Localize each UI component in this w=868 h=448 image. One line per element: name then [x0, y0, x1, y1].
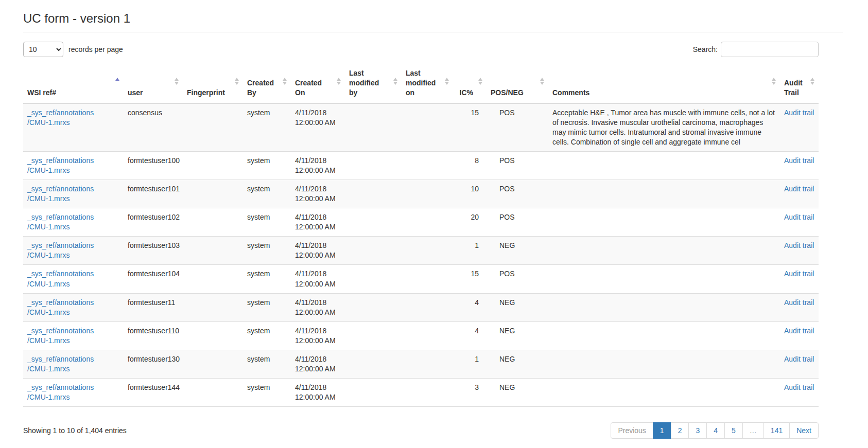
cell-created-by: system [243, 152, 291, 180]
column-header-label: Last modified on [406, 69, 436, 97]
audit-trail-link[interactable]: Audit trail [784, 213, 814, 221]
wsi-ref-line2: /CMU-1.mrxs [27, 336, 70, 345]
pagination-link[interactable]: Next [789, 422, 819, 439]
wsi-ref-line2: /CMU-1.mrxs [27, 194, 70, 203]
cell-wsi-ref: _sys_ref/annotations/CMU-1.mrxs [23, 208, 124, 237]
wsi-ref-line2: /CMU-1.mrxs [27, 308, 70, 316]
column-header[interactable]: Created On [291, 66, 345, 103]
cell-last-modified-on [402, 265, 453, 293]
cell-created-on: 4/11/201812:00:00 AM [291, 152, 345, 180]
cell-fingerprint [183, 180, 243, 208]
records-per-page-select[interactable]: 10 [23, 42, 63, 57]
audit-trail-link[interactable]: Audit trail [784, 383, 814, 391]
cell-last-modified-by [345, 103, 402, 152]
audit-trail-link[interactable]: Audit trail [784, 327, 814, 335]
created-on-date: 4/11/2018 [295, 383, 326, 391]
records-table: WSI ref# user Fingerprint Created By Cre… [23, 66, 819, 407]
cell-created-by: system [243, 237, 291, 265]
sort-desc-arrow-icon [393, 82, 397, 85]
wsi-ref-link[interactable]: _sys_ref/annotations/CMU-1.mrxs [27, 241, 94, 259]
pagination-link[interactable]: 4 [706, 422, 725, 439]
cell-comments [548, 293, 780, 321]
wsi-ref-line1: _sys_ref/annotations [27, 270, 94, 278]
column-header[interactable]: user [124, 66, 183, 103]
sort-asc-arrow-icon [337, 78, 341, 81]
search-input[interactable] [721, 42, 819, 57]
cell-ic-percent: 1 [453, 237, 487, 265]
pagination-link[interactable]: 5 [724, 422, 743, 439]
column-header[interactable]: Last modified by [345, 66, 402, 103]
wsi-ref-line1: _sys_ref/annotations [27, 383, 94, 391]
cell-comments [548, 378, 780, 406]
cell-user: formtestuser102 [124, 208, 183, 237]
wsi-ref-link[interactable]: _sys_ref/annotations/CMU-1.mrxs [27, 109, 94, 127]
audit-trail-link[interactable]: Audit trail [784, 185, 814, 193]
table-body: _sys_ref/annotations/CMU-1.mrxs consensu… [23, 103, 819, 406]
wsi-ref-link[interactable]: _sys_ref/annotations/CMU-1.mrxs [27, 355, 94, 373]
audit-trail-link[interactable]: Audit trail [784, 241, 814, 249]
created-on-time: 12:00:00 AM [295, 194, 336, 203]
column-header-label: Audit Trail [784, 79, 803, 97]
cell-user: formtestuser110 [124, 321, 183, 350]
wsi-ref-link[interactable]: _sys_ref/annotations/CMU-1.mrxs [27, 156, 94, 174]
search-control: Search: [693, 42, 819, 57]
created-on-date: 4/11/2018 [295, 327, 326, 335]
pagination-link[interactable]: 141 [763, 422, 790, 439]
wsi-ref-link[interactable]: _sys_ref/annotations/CMU-1.mrxs [27, 213, 94, 231]
wsi-ref-line2: /CMU-1.mrxs [27, 118, 70, 127]
wsi-ref-link[interactable]: _sys_ref/annotations/CMU-1.mrxs [27, 383, 94, 401]
wsi-ref-link[interactable]: _sys_ref/annotations/CMU-1.mrxs [27, 298, 94, 316]
cell-created-on: 4/11/201812:00:00 AM [291, 321, 345, 350]
column-header[interactable]: Fingerprint [183, 66, 243, 103]
wsi-ref-link[interactable]: _sys_ref/annotations/CMU-1.mrxs [27, 185, 94, 203]
wsi-ref-link[interactable]: _sys_ref/annotations/CMU-1.mrxs [27, 270, 94, 288]
table-row: _sys_ref/annotations/CMU-1.mrxs formtest… [23, 378, 819, 406]
audit-trail-link[interactable]: Audit trail [784, 298, 814, 307]
pagination-item: 3 [689, 422, 707, 439]
sort-asc-arrow-icon [478, 78, 482, 81]
audit-trail-link[interactable]: Audit trail [784, 109, 814, 117]
cell-created-by: system [243, 321, 291, 350]
wsi-ref-line2: /CMU-1.mrxs [27, 223, 70, 231]
sort-icon [175, 78, 179, 85]
cell-last-modified-by [345, 350, 402, 378]
sort-desc-arrow-icon [445, 82, 449, 85]
sort-icon [478, 78, 482, 85]
cell-wsi-ref: _sys_ref/annotations/CMU-1.mrxs [23, 180, 124, 208]
cell-wsi-ref: _sys_ref/annotations/CMU-1.mrxs [23, 350, 124, 378]
cell-last-modified-by [345, 152, 402, 180]
created-on-date: 4/11/2018 [295, 270, 326, 278]
wsi-ref-line1: _sys_ref/annotations [27, 156, 94, 165]
cell-audit-trail: Audit trail [780, 180, 819, 208]
column-header[interactable]: WSI ref# [23, 66, 124, 103]
cell-user: consensus [124, 103, 183, 152]
column-header[interactable]: Audit Trail [780, 66, 819, 103]
wsi-ref-link[interactable]: _sys_ref/annotations/CMU-1.mrxs [27, 327, 94, 345]
pagination-link[interactable]: 2 [671, 422, 689, 439]
created-on-time: 12:00:00 AM [295, 118, 336, 127]
cell-ic-percent: 4 [453, 321, 487, 350]
audit-trail-link[interactable]: Audit trail [784, 156, 814, 165]
column-header-label: Comments [552, 88, 589, 97]
column-header[interactable]: Created By [243, 66, 291, 103]
wsi-ref-line1: _sys_ref/annotations [27, 355, 94, 363]
cell-comments [548, 265, 780, 293]
audit-trail-link[interactable]: Audit trail [784, 270, 814, 278]
cell-created-on: 4/11/201812:00:00 AM [291, 180, 345, 208]
column-header[interactable]: Last modified on [402, 66, 453, 103]
column-header[interactable]: POS/NEG [487, 66, 548, 103]
cell-user: formtestuser11 [124, 293, 183, 321]
sort-icon [235, 78, 239, 85]
records-per-page-label: records per page [68, 45, 123, 53]
audit-trail-link[interactable]: Audit trail [784, 355, 814, 363]
wsi-ref-line2: /CMU-1.mrxs [27, 166, 70, 174]
pagination-link[interactable]: 3 [688, 422, 707, 439]
created-on-date: 4/11/2018 [295, 355, 326, 363]
column-header[interactable]: Comments [548, 66, 780, 103]
wsi-ref-line2: /CMU-1.mrxs [27, 280, 70, 288]
pagination-link[interactable]: 1 [653, 422, 671, 439]
column-header[interactable]: IC% [453, 66, 487, 103]
wsi-ref-line1: _sys_ref/annotations [27, 213, 94, 221]
created-on-time: 12:00:00 AM [295, 280, 336, 288]
cell-last-modified-on [402, 103, 453, 152]
